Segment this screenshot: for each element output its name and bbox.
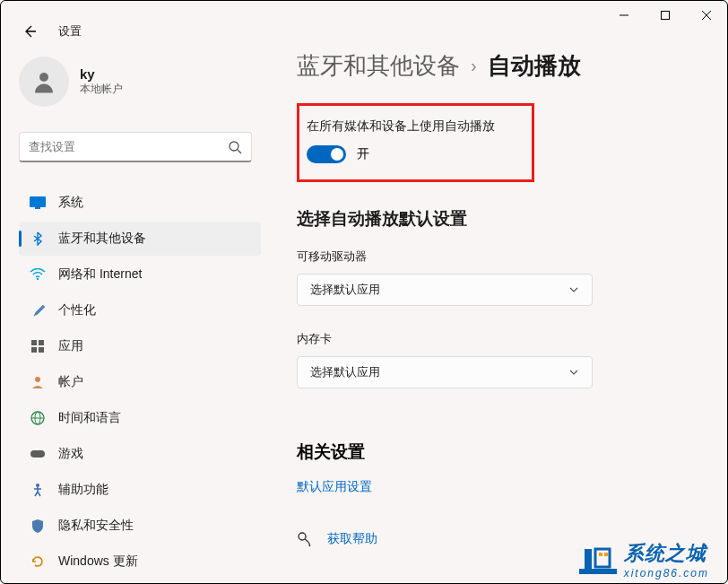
svg-rect-21 — [579, 569, 617, 574]
chevron-down-icon — [568, 367, 579, 378]
nav-label: Windows 更新 — [58, 553, 138, 570]
svg-rect-10 — [31, 340, 37, 345]
autoplay-toggle-block: 在所有媒体和设备上使用自动播放 开 — [297, 103, 534, 182]
breadcrumb: 蓝牙和其他设备 › 自动播放 — [297, 50, 700, 82]
svg-rect-8 — [35, 207, 40, 209]
memory-card-dropdown[interactable]: 选择默认应用 — [297, 356, 593, 388]
nav-item-accounts[interactable]: 帐户 — [19, 365, 261, 399]
nav-label: 帐户 — [58, 374, 83, 390]
account-subtitle: 本地帐户 — [80, 82, 123, 97]
autoplay-toggle-state: 开 — [357, 146, 369, 162]
nav-label: 系统 — [58, 195, 83, 211]
nav-label: 时间和语言 — [58, 410, 121, 426]
nav-list: 系统 蓝牙和其他设备 网络和 Internet 个性化 应用 帐户 时间和语言 — [19, 186, 261, 579]
brush-icon — [30, 302, 46, 318]
nav-label: 个性化 — [58, 302, 96, 318]
removable-drive-dropdown[interactable]: 选择默认应用 — [297, 274, 593, 306]
svg-point-5 — [230, 142, 238, 151]
svg-rect-13 — [39, 347, 44, 353]
svg-rect-22 — [585, 549, 592, 569]
system-icon — [30, 195, 46, 211]
svg-point-19 — [36, 484, 39, 487]
search-icon — [228, 140, 242, 154]
back-button[interactable] — [19, 21, 40, 42]
svg-rect-12 — [31, 347, 37, 353]
svg-line-6 — [238, 150, 241, 153]
autoplay-toggle[interactable] — [307, 145, 346, 163]
memory-card-label: 内存卡 — [297, 331, 700, 347]
watermark-url: xitong86.com — [624, 567, 709, 580]
svg-point-20 — [299, 533, 306, 540]
page-title: 自动播放 — [488, 50, 581, 82]
nav-label: 应用 — [58, 338, 83, 354]
search-box[interactable] — [19, 132, 252, 162]
nav-item-bluetooth[interactable]: 蓝牙和其他设备 — [19, 222, 261, 256]
nav-label: 网络和 Internet — [58, 266, 142, 283]
nav-label: 隐私和安全性 — [58, 518, 134, 534]
svg-point-4 — [39, 73, 48, 82]
close-button[interactable] — [686, 1, 727, 30]
default-apps-link[interactable]: 默认应用设置 — [297, 479, 372, 495]
update-icon — [30, 553, 46, 570]
person-icon — [30, 374, 46, 390]
nav-item-system[interactable]: 系统 — [19, 186, 261, 220]
defaults-heading: 选择自动播放默认设置 — [297, 207, 700, 231]
nav-label: 蓝牙和其他设备 — [58, 231, 146, 247]
minimize-button[interactable] — [603, 1, 645, 30]
nav-item-network[interactable]: 网络和 Internet — [19, 257, 261, 292]
apps-icon — [30, 338, 46, 354]
svg-rect-23 — [599, 553, 602, 556]
account-name: ky — [80, 66, 123, 82]
gamepad-icon — [30, 446, 46, 462]
watermark-title: 系统之城 — [624, 540, 709, 567]
search-input[interactable] — [29, 140, 228, 153]
watermark: 系统之城 xitong86.com — [577, 540, 709, 580]
account-block[interactable]: ky 本地帐户 — [19, 57, 261, 107]
svg-rect-1 — [662, 12, 670, 20]
autoplay-toggle-label: 在所有媒体和设备上使用自动播放 — [307, 118, 524, 135]
dropdown-value: 选择默认应用 — [310, 364, 380, 380]
nav-item-privacy[interactable]: 隐私和安全性 — [19, 509, 261, 543]
globe-icon — [30, 410, 46, 426]
bluetooth-icon — [30, 231, 46, 247]
svg-point-9 — [37, 278, 39, 280]
maximize-button[interactable] — [645, 1, 686, 30]
nav-item-gaming[interactable]: 游戏 — [19, 437, 261, 471]
get-help-label: 获取帮助 — [327, 531, 377, 547]
nav-item-accessibility[interactable]: 辅助功能 — [19, 473, 261, 507]
window-title: 设置 — [58, 23, 82, 39]
nav-item-windows-update[interactable]: Windows 更新 — [19, 545, 261, 579]
dropdown-value: 选择默认应用 — [310, 282, 380, 298]
chevron-right-icon: › — [471, 56, 477, 76]
wifi-icon — [30, 266, 46, 283]
nav-item-time-language[interactable]: 时间和语言 — [19, 401, 261, 435]
svg-rect-18 — [30, 450, 45, 458]
accessibility-icon — [30, 482, 46, 498]
chevron-down-icon — [568, 284, 579, 295]
svg-point-14 — [35, 377, 40, 382]
removable-drive-label: 可移动驱动器 — [297, 248, 700, 265]
svg-rect-24 — [604, 553, 608, 556]
svg-rect-11 — [39, 340, 44, 345]
breadcrumb-parent[interactable]: 蓝牙和其他设备 — [297, 50, 460, 82]
nav-item-apps[interactable]: 应用 — [19, 329, 261, 363]
nav-label: 游戏 — [58, 446, 83, 462]
nav-item-personalization[interactable]: 个性化 — [19, 293, 261, 327]
avatar — [19, 57, 69, 107]
help-icon — [297, 531, 313, 547]
nav-label: 辅助功能 — [58, 482, 108, 498]
svg-rect-7 — [30, 196, 46, 207]
shield-icon — [30, 518, 46, 534]
related-heading: 相关设置 — [297, 440, 700, 464]
watermark-icon — [577, 542, 619, 578]
